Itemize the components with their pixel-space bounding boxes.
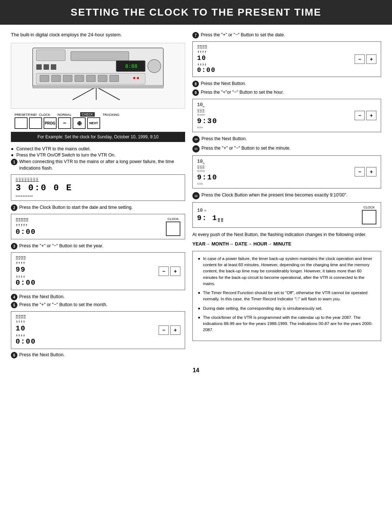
- svg-rect-15: [98, 75, 107, 82]
- step2-display: ⣿⣿⣿⣿⣿ ↑↑↑↑↑ 0:00 CLOCK: [11, 214, 185, 239]
- right-column: 7 Press the "+" or "−" Button to set the…: [192, 32, 381, 360]
- svg-rect-8: [51, 64, 56, 70]
- svg-rect-11: [52, 75, 61, 82]
- next-button[interactable]: NEXT: [87, 117, 100, 129]
- svg-rect-10: [40, 75, 49, 82]
- example-box: For Example: Set the clock for Sunday, O…: [11, 132, 185, 142]
- step-text-2: Press the Clock Button to start the date…: [19, 204, 133, 211]
- step-text-3: Press the "+" or "−" Button to set the y…: [19, 243, 103, 249]
- step-number-3: 3: [11, 243, 17, 249]
- btn-square-2[interactable]: [29, 117, 42, 129]
- arrow-chain-intro: At every push of the Next Button, the fl…: [192, 231, 381, 238]
- step-text-8: Press the Next Button.: [201, 81, 246, 87]
- minus-btn-step11[interactable]: −: [355, 167, 365, 176]
- step-3: 3 Press the "+" or "−" Button to set the…: [11, 243, 185, 290]
- clock-label-step12: CLOCK: [363, 206, 375, 209]
- clock-button-step2[interactable]: [166, 222, 180, 236]
- minus-btn-step3[interactable]: −: [159, 267, 169, 276]
- arrow-chain: YEAR→ MONTH→ DATE→ HOUR→ MINUTE: [192, 241, 381, 247]
- step5-display: ⣿⣿⣿⣿ ↑↑↑↑ 10 ↓↓↓↓ 0:00 − +: [11, 311, 185, 349]
- step-number-10: 10: [192, 136, 200, 143]
- step3-display: ⣿⣿⣿⣿ ↑↑↑↑ 99 ↓↓↓↓ 0:00 − +: [11, 252, 185, 290]
- bullet-1: Connect the VTR to the mains outlet.: [11, 146, 185, 151]
- svg-rect-7: [44, 64, 49, 70]
- svg-rect-12: [63, 75, 72, 82]
- bullet-2: Press the VTR On/Off Switch to turn the …: [11, 153, 185, 158]
- step-number-12: 12: [192, 192, 200, 199]
- preset-fine-label: PRESET/FINE/: [15, 113, 37, 117]
- step-9: 9 Press the "+"or "−" Button to set the …: [192, 89, 381, 132]
- svg-rect-13: [75, 75, 84, 82]
- minus-btn-step5[interactable]: −: [159, 325, 169, 335]
- button-labels-row: PRESET/FINE/ CLOCK NORMAL CHECK TRACKING: [11, 112, 185, 117]
- btn-square-1[interactable]: [15, 117, 28, 129]
- vcr-diagram: 8:88: [11, 43, 185, 109]
- note-4: The clock/timer of the VTR is programmed…: [198, 314, 376, 333]
- step-10: 10 Press the Next Button.: [192, 136, 381, 143]
- step-8: 8 Press the Next Button.: [192, 81, 381, 87]
- step9-display: 10n ⣿⣿⣿ ↑↑↑↑ 9:30 ↓↓↓ − +: [192, 99, 381, 132]
- clock-label-step2: CLOCK: [167, 217, 179, 221]
- page-header: SETTING THE CLOCK TO THE PRESENT TIME: [0, 0, 392, 25]
- step-number-11: 11: [192, 145, 200, 153]
- step-text-4: Press the Next Button.: [19, 294, 65, 300]
- minus-btn-step9[interactable]: −: [355, 111, 365, 120]
- note-3: During date setting, the corresponding d…: [198, 305, 376, 312]
- step-2: 2 Press the Clock Button to start the da…: [11, 204, 185, 239]
- minus-btn-step7[interactable]: −: [355, 54, 365, 64]
- svg-rect-14: [86, 75, 95, 82]
- svg-point-17: [133, 77, 135, 79]
- step-number-9: 9: [192, 89, 199, 96]
- step-11: 11 Press the "+" or "−" Button to set th…: [192, 145, 381, 189]
- step11-display: 10n ⣿⣿⣿ ↑↑↑↑ 9:10 ↓↓↓ − +: [192, 155, 381, 189]
- normal-label: NORMAL: [58, 113, 72, 117]
- step-text-5: Press the "+" or "−" Button to set the m…: [19, 302, 107, 308]
- plus-btn-step9[interactable]: +: [366, 111, 376, 120]
- clock-label-top: CLOCK: [39, 113, 50, 117]
- step-6: 6 Press the Next Button.: [11, 352, 185, 358]
- svg-rect-1: [36, 50, 65, 61]
- svg-rect-2: [71, 52, 129, 61]
- step-text-12: Press the Clock Button when the present …: [201, 192, 347, 199]
- step-number-7: 7: [192, 32, 199, 38]
- step-number-5: 5: [11, 302, 17, 308]
- svg-point-18: [137, 77, 139, 79]
- btn-plus[interactable]: ⊕: [73, 117, 86, 129]
- page-title: SETTING THE CLOCK TO THE PRESENT TIME: [4, 7, 388, 18]
- btn-minus[interactable]: −: [58, 117, 71, 129]
- svg-line-19: [73, 88, 94, 100]
- notes-box: In case of a power failure, the timer ba…: [192, 251, 381, 341]
- tracking-label: TRACKING: [103, 113, 120, 117]
- step-4: 4 Press the Next Button.: [11, 294, 185, 300]
- control-buttons-row: PROG − ⊕ NEXT: [11, 117, 185, 129]
- step-text-11: Press the "+" or "−" Button to set the m…: [201, 145, 291, 152]
- check-label: CHECK: [80, 112, 95, 117]
- plus-btn-step11[interactable]: +: [366, 167, 376, 176]
- plus-btn-step3[interactable]: +: [170, 267, 180, 276]
- step-text-7: Press the "+" or "−" Button to set the d…: [201, 32, 285, 38]
- step-7: 7 Press the "+" or "−" Button to set the…: [192, 32, 381, 77]
- plus-btn-step5[interactable]: +: [170, 325, 180, 335]
- vcr-illustration: 8:88: [29, 46, 167, 104]
- svg-rect-22: [33, 85, 163, 88]
- step-5: 5 Press the "+" or "−" Button to set the…: [11, 302, 185, 308]
- page-number: 14: [0, 367, 392, 381]
- plus-btn-step7[interactable]: +: [366, 54, 376, 64]
- svg-rect-6: [36, 64, 42, 70]
- svg-point-5: [148, 60, 161, 73]
- prog-button[interactable]: PROG: [44, 117, 57, 129]
- note-1: In case of a power failure, the timer ba…: [198, 256, 376, 287]
- step-number-4: 4: [11, 294, 17, 300]
- step-text-9: Press the "+"or "−" Button to set the ho…: [201, 89, 284, 96]
- step-1: 1 When connecting this VTR to the mains …: [11, 159, 185, 201]
- step-number-2: 2: [11, 204, 17, 211]
- left-column: The built-in digital clock employs the 2…: [11, 32, 185, 360]
- intro-text: The built-in digital clock employs the 2…: [11, 32, 185, 37]
- step-number-1: 1: [11, 159, 17, 165]
- step12-display: 10n 9: 1⣿⣿ CLOCK: [192, 202, 381, 228]
- clock-button-step12[interactable]: [362, 210, 376, 224]
- svg-text:8:88: 8:88: [125, 64, 138, 69]
- step-text-1: When connecting this VTR to the mains or…: [19, 159, 185, 171]
- step-number-8: 8: [192, 81, 199, 87]
- svg-rect-16: [110, 75, 119, 82]
